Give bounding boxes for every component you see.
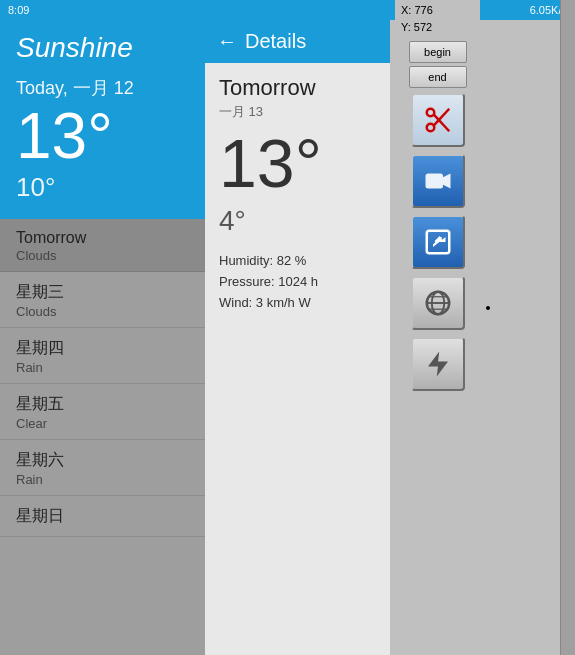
begin-button[interactable]: begin: [409, 41, 467, 63]
today-high-temp: 13°: [0, 100, 205, 168]
lightning-button[interactable]: [411, 337, 465, 391]
detail-title: Details: [245, 30, 306, 53]
detail-pressure: Pressure: 1024 h: [219, 274, 376, 289]
scissors-button[interactable]: [411, 93, 465, 147]
status-time: 8:09: [8, 4, 29, 16]
forecast-day-tomorrow: Tomorrow: [16, 229, 189, 247]
forecast-day-fri: 星期五: [16, 394, 189, 415]
detail-date: 一月 13: [219, 103, 376, 121]
forecast-day-sun: 星期日: [16, 506, 189, 527]
detail-humidity: Humidity: 82 %: [219, 253, 376, 268]
forecast-day-wed: 星期三: [16, 282, 189, 303]
forecast-condition-tomorrow: Clouds: [16, 248, 189, 263]
back-button[interactable]: ←: [217, 30, 237, 53]
svg-rect-4: [425, 174, 443, 189]
forecast-condition-thu: Rain: [16, 360, 189, 375]
forecast-item-wed[interactable]: 星期三 Clouds: [0, 272, 205, 328]
forecast-item-sat[interactable]: 星期六 Rain: [0, 440, 205, 496]
toolbar-buttons: begin end: [395, 37, 480, 397]
cursor-indicator: [486, 306, 490, 310]
forecast-condition-fri: Clear: [16, 416, 189, 431]
today-low-temp: 10°: [0, 168, 205, 219]
video-button[interactable]: [411, 154, 465, 208]
forecast-condition-sat: Rain: [16, 472, 189, 487]
forecast-day-thu: 星期四: [16, 338, 189, 359]
export-button[interactable]: [411, 215, 465, 269]
svg-marker-5: [443, 174, 451, 189]
forecast-item-fri[interactable]: 星期五 Clear: [0, 384, 205, 440]
detail-panel: ← Details Tomorrow 一月 13 13° 4° Humidity…: [205, 20, 390, 655]
detail-content: Tomorrow 一月 13 13° 4° Humidity: 82 % Pre…: [205, 63, 390, 655]
left-panel: Sunshine Today, 一月 12 13° 10° Tomorrow C…: [0, 20, 205, 655]
svg-marker-14: [428, 352, 448, 377]
detail-high-temp: 13°: [219, 129, 376, 197]
forecast-item-sun[interactable]: 星期日: [0, 496, 205, 537]
today-label: Today, 一月 12: [0, 72, 205, 100]
app-title: Sunshine: [0, 20, 205, 72]
forecast-condition-wed: Clouds: [16, 304, 189, 319]
detail-low-temp: 4°: [219, 205, 376, 237]
forecast-list: Tomorrow Clouds 星期三 Clouds 星期四 Rain 星期五 …: [0, 219, 205, 655]
forecast-item-tomorrow[interactable]: Tomorrow Clouds: [0, 219, 205, 272]
status-bar: 8:09 6.05K/s: [0, 0, 575, 20]
globe-button[interactable]: [411, 276, 465, 330]
detail-wind: Wind: 3 km/h W: [219, 295, 376, 310]
detail-day-name: Tomorrow: [219, 75, 376, 101]
right-sidebar: X: 776 Y: 572 begin end: [395, 0, 480, 655]
forecast-day-sat: 星期六: [16, 450, 189, 471]
end-button[interactable]: end: [409, 66, 467, 88]
right-strip: [560, 0, 575, 655]
coord-display: X: 776 Y: 572: [395, 0, 480, 37]
detail-header: ← Details: [205, 20, 390, 63]
coord-x: X: 776: [401, 2, 474, 19]
coord-y: Y: 572: [401, 19, 474, 36]
detail-info: Humidity: 82 % Pressure: 1024 h Wind: 3 …: [219, 253, 376, 310]
forecast-item-thu[interactable]: 星期四 Rain: [0, 328, 205, 384]
